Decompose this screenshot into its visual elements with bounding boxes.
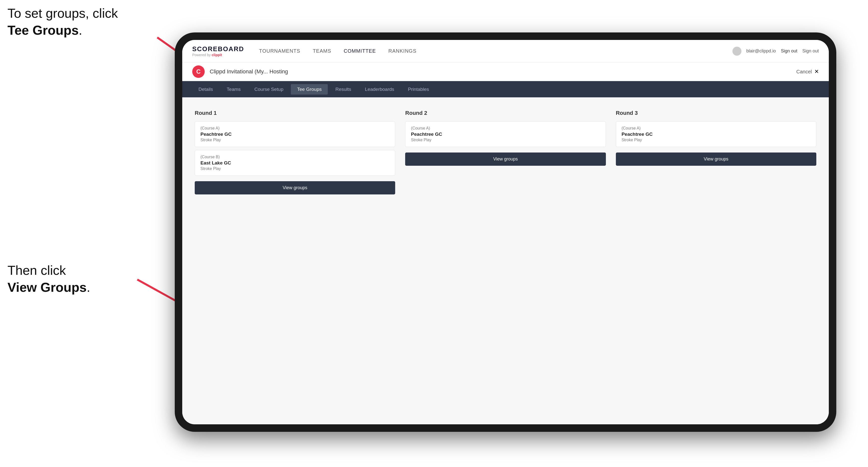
round-2-title: Round 2 — [405, 110, 606, 116]
view-groups-round-3-button[interactable]: View groups — [616, 153, 816, 166]
tab-details[interactable]: Details — [192, 84, 219, 95]
instruction-bottom: Then click View Groups. — [7, 262, 90, 296]
tab-leaderboards[interactable]: Leaderboards — [359, 84, 400, 95]
round-1-course-b-label: (Course B) — [200, 155, 390, 159]
instruction-bottom-line2: View Groups — [7, 280, 87, 294]
view-groups-round-1-button[interactable]: View groups — [195, 181, 395, 194]
round-2-course-a-format: Stroke Play — [411, 138, 600, 142]
nav-teams[interactable]: TEAMS — [313, 48, 331, 54]
nav-tournaments[interactable]: TOURNAMENTS — [259, 48, 300, 54]
tablet-screen: SCOREBOARD Powered by clippit TOURNAMENT… — [182, 40, 829, 424]
sign-out-link[interactable]: Sign out — [781, 49, 797, 54]
round-3-course-a-name: Peachtree GC — [622, 131, 811, 137]
sub-header: C Clippd Invitational (My... Hosting Can… — [182, 62, 829, 81]
logo-text: SCOREBOARD — [192, 45, 244, 53]
round-3-course-a-format: Stroke Play — [622, 138, 811, 142]
round-1-course-a-name: Peachtree GC — [200, 131, 390, 137]
round-1-course-a-format: Stroke Play — [200, 138, 390, 142]
round-3-course-a-label: (Course A) — [622, 126, 811, 130]
rounds-container: Round 1 (Course A) Peachtree GC Stroke P… — [195, 110, 816, 194]
user-avatar — [733, 47, 741, 56]
round-1-course-a-card: (Course A) Peachtree GC Stroke Play — [195, 121, 395, 147]
view-groups-round-2-button[interactable]: View groups — [405, 153, 606, 166]
instruction-top-line1: To set groups, click — [7, 6, 118, 21]
top-nav: SCOREBOARD Powered by clippit TOURNAMENT… — [182, 40, 829, 62]
logo-area: SCOREBOARD Powered by clippit — [192, 45, 244, 57]
instruction-bottom-line1: Then click — [7, 263, 66, 278]
tab-teams[interactable]: Teams — [220, 84, 247, 95]
tab-printables[interactable]: Printables — [402, 84, 435, 95]
tab-course-setup[interactable]: Course Setup — [248, 84, 289, 95]
sub-header-logo: C — [192, 65, 205, 78]
round-1-course-b-format: Stroke Play — [200, 166, 390, 171]
round-1-course-a-label: (Course A) — [200, 126, 390, 130]
instruction-top-line2: Tee Groups — [7, 23, 79, 37]
round-1-course-b-card: (Course B) East Lake GC Stroke Play — [195, 150, 395, 176]
round-2-course-a-name: Peachtree GC — [411, 131, 600, 137]
cancel-button[interactable]: Cancel — [796, 69, 812, 74]
round-3-course-a-card: (Course A) Peachtree GC Stroke Play — [616, 121, 816, 147]
nav-committee[interactable]: COMMITTEE — [344, 48, 376, 54]
user-email: blair@clippd.io — [746, 49, 776, 54]
round-2-course-a-card: (Course A) Peachtree GC Stroke Play — [405, 121, 606, 147]
sign-out-text[interactable]: Sign out — [802, 49, 819, 54]
sub-header-title: Clippd Invitational (My... Hosting — [210, 68, 796, 75]
round-3-title: Round 3 — [616, 110, 816, 116]
logo-sub: Powered by clippit — [192, 53, 244, 57]
tab-bar: Details Teams Course Setup Tee Groups Re… — [182, 81, 829, 97]
cancel-x[interactable]: ✕ — [814, 68, 819, 75]
tab-tee-groups[interactable]: Tee Groups — [291, 84, 328, 95]
round-1-course-b-name: East Lake GC — [200, 160, 390, 166]
round-2-course-a-label: (Course A) — [411, 126, 600, 130]
round-1-title: Round 1 — [195, 110, 395, 116]
nav-rankings[interactable]: RANKINGS — [389, 48, 416, 54]
main-content: Round 1 (Course A) Peachtree GC Stroke P… — [182, 97, 829, 424]
tablet-device: SCOREBOARD Powered by clippit TOURNAMENT… — [175, 32, 836, 432]
round-3-column: Round 3 (Course A) Peachtree GC Stroke P… — [616, 110, 816, 194]
round-1-column: Round 1 (Course A) Peachtree GC Stroke P… — [195, 110, 395, 194]
nav-right: blair@clippd.io Sign out Sign out — [733, 47, 819, 56]
round-2-column: Round 2 (Course A) Peachtree GC Stroke P… — [405, 110, 606, 194]
tab-results[interactable]: Results — [329, 84, 357, 95]
nav-links: TOURNAMENTS TEAMS COMMITTEE RANKINGS — [259, 48, 733, 54]
instruction-top: To set groups, click Tee Groups. — [7, 5, 118, 39]
